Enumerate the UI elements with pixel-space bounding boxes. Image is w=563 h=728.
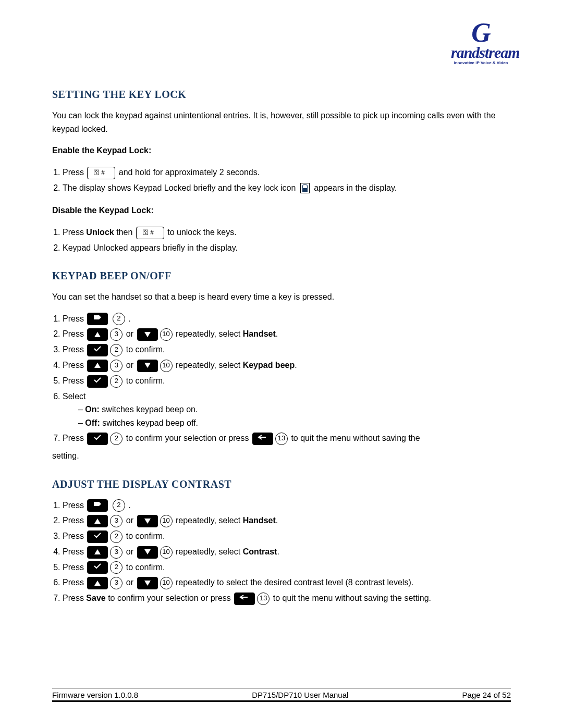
list-item: Press 3 or 10 repeatedly, select Handset… <box>63 327 511 341</box>
list-item: Keypad Unlocked appears briefly in the d… <box>63 241 511 255</box>
list-item: Press 3 or 10 repeatedly, select Handset… <box>63 514 511 527</box>
page: Grandstream Innovative IP Voice & Video … <box>0 0 563 728</box>
sub-off: – Off: switches keypad beep off. <box>78 416 511 430</box>
key-hash-icon: ⚿ # <box>136 227 164 239</box>
list-item: Select – On: switches keypad beep on. – … <box>63 390 511 430</box>
up-key-icon <box>87 360 108 372</box>
list-item: Press 2 . <box>63 312 511 326</box>
enable-steps: Press ⚿ # and hold for approximately 2 s… <box>52 166 511 194</box>
list-item: Press 3 or 10 repeatedly, select Contras… <box>63 545 511 559</box>
lock-icon <box>300 183 310 193</box>
key-hash-icon: ⚿ # <box>87 167 115 179</box>
disable-label: Disable the Keypad Lock: <box>52 204 511 217</box>
brand-rest: randstream <box>451 44 520 61</box>
key-num-icon: 13 <box>275 433 288 445</box>
menu-key-icon <box>87 499 108 512</box>
key-num-icon: 10 <box>160 515 173 527</box>
footer-left: Firmware version 1.0.0.8 <box>52 690 138 699</box>
beep-step7-cont: setting. <box>52 449 511 463</box>
svg-text:⚿ #: ⚿ # <box>93 169 105 176</box>
brand-g: G <box>471 21 491 45</box>
contrast-steps: Press 2 . Press 3 or 10 repeatedly, sele… <box>52 499 511 605</box>
list-item: Press 2 . <box>63 499 511 512</box>
list-item: Press 2 to confirm. <box>63 561 511 574</box>
content: SETTING THE KEY LOCK You can lock the ke… <box>52 89 511 605</box>
key-num-icon: 2 <box>110 375 123 388</box>
key-num-icon: 2 <box>113 313 125 325</box>
key-num-icon: 10 <box>160 577 173 589</box>
up-key-icon <box>87 328 108 341</box>
down-key-icon <box>137 328 158 341</box>
key-num-icon: 2 <box>110 561 123 574</box>
down-key-icon <box>137 515 158 527</box>
list-item: Press 3 or 10 repeatedly, select Keypad … <box>63 359 511 372</box>
list-item: Press 2 to confirm. <box>63 374 511 388</box>
brand-name: Grandstream <box>451 21 511 59</box>
sub-on: – On: switches keypad beep on. <box>78 403 511 416</box>
keylock-intro: You can lock the keypad against unintent… <box>52 109 511 135</box>
key-num-icon: 3 <box>110 328 123 341</box>
key-num-icon: 2 <box>110 530 123 543</box>
heading-contrast: ADJUST THE DISPLAY CONTRAST <box>52 478 511 490</box>
list-item: Press 3 or 10 repeatedly to select the d… <box>63 576 511 589</box>
brand-logo: Grandstream Innovative IP Voice & Video <box>451 21 511 65</box>
heading-beep: KEYPAD BEEP ON/OFF <box>52 270 511 282</box>
back-key-icon <box>234 593 255 605</box>
footer-right: Page 24 of 52 <box>462 690 511 699</box>
menu-key-icon <box>87 313 108 325</box>
key-num-icon: 3 <box>110 360 123 372</box>
list-item: Press Save to confirm your selection or … <box>63 591 511 605</box>
footer-center: DP715/DP710 User Manual <box>252 690 348 699</box>
key-num-icon: 10 <box>160 328 173 341</box>
key-num-icon: 2 <box>113 499 125 512</box>
check-key-icon <box>87 530 108 543</box>
down-key-icon <box>137 577 158 589</box>
heading-keylock: SETTING THE KEY LOCK <box>52 89 511 101</box>
footer: Firmware version 1.0.0.8 DP715/DP710 Use… <box>52 688 511 702</box>
check-key-icon <box>87 344 108 356</box>
key-num-icon: 13 <box>257 593 270 605</box>
check-key-icon <box>87 375 108 388</box>
beep-intro: You can set the handset so that a beep i… <box>52 290 511 304</box>
list-item: Press ⚿ # and hold for approximately 2 s… <box>63 166 511 179</box>
up-key-icon <box>87 515 108 527</box>
up-key-icon <box>87 546 108 559</box>
beep-steps: Press 2 . Press 3 or 10 repeatedly, sele… <box>52 312 511 445</box>
enable-label: Enable the Keypad Lock: <box>52 144 511 157</box>
disable-steps: Press Unlock then ⚿ # to unlock the keys… <box>52 226 511 254</box>
key-num-icon: 10 <box>160 546 173 559</box>
back-key-icon <box>252 433 273 445</box>
down-key-icon <box>137 360 158 372</box>
key-num-icon: 3 <box>110 577 123 589</box>
list-item: The display shows Keypad Locked briefly … <box>63 181 511 195</box>
check-key-icon <box>87 433 108 445</box>
down-key-icon <box>137 546 158 559</box>
list-item: Press Unlock then ⚿ # to unlock the keys… <box>63 226 511 239</box>
list-item: Press 2 to confirm. <box>63 343 511 356</box>
key-num-icon: 10 <box>160 360 173 372</box>
key-num-icon: 2 <box>110 433 123 445</box>
svg-text:⚿ #: ⚿ # <box>142 229 154 236</box>
key-num-icon: 3 <box>110 515 123 527</box>
key-num-icon: 3 <box>110 546 123 559</box>
brand-tagline: Innovative IP Voice & Video <box>451 60 511 65</box>
list-item: Press 2 to confirm. <box>63 529 511 543</box>
list-item: Press 2 to confirm your selection or pre… <box>63 431 511 445</box>
check-key-icon <box>87 561 108 574</box>
key-num-icon: 2 <box>110 344 123 356</box>
up-key-icon <box>87 577 108 589</box>
